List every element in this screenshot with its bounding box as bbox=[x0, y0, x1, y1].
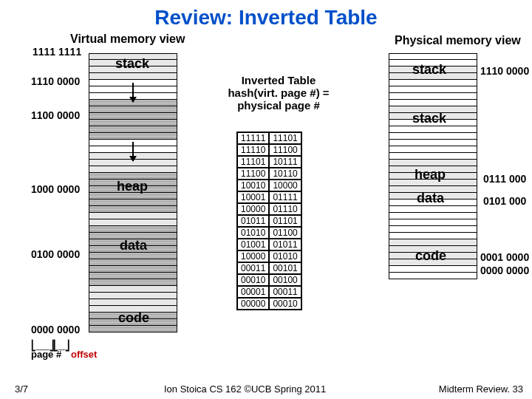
table-cell: 10110 bbox=[269, 168, 301, 180]
footer-center: Ion Stoica CS 162 ©UCB Spring 2011 bbox=[164, 383, 326, 395]
inverted-page-table: 1111111101111101110011101101111110010110… bbox=[236, 132, 302, 310]
phys-code-label: code bbox=[415, 248, 446, 264]
table-row: 1000101111 bbox=[237, 191, 301, 203]
table-cell: 00100 bbox=[269, 274, 301, 286]
table-row: 0101001100 bbox=[237, 227, 301, 239]
footer-right: Midterm Review. 33 bbox=[439, 383, 523, 395]
virt-addr-6: 0000 0000 bbox=[31, 324, 80, 335]
phys-addr-5: 0000 0000 bbox=[480, 265, 529, 276]
table-row: 0000100011 bbox=[237, 286, 301, 298]
phys-stack-label-1: stack bbox=[412, 62, 446, 78]
table-cell: 10000 bbox=[269, 180, 301, 191]
phys-addr-3: 0101 000 bbox=[483, 195, 526, 207]
table-cell: 00010 bbox=[237, 274, 269, 286]
phys-addr-2: 0111 000 bbox=[483, 173, 526, 185]
table-cell: 01001 bbox=[237, 239, 269, 250]
virt-addr-5: 0100 0000 bbox=[31, 248, 80, 260]
virt-addr-3: 1100 0000 bbox=[31, 109, 80, 121]
phys-addr-1: 1110 0000 bbox=[480, 65, 529, 77]
table-row: 0001000100 bbox=[237, 274, 301, 286]
table-cell: 01111 bbox=[269, 191, 301, 203]
inverted-table-caption: Inverted Table hash(virt. page #) = phys… bbox=[216, 74, 341, 112]
table-cell: 01100 bbox=[269, 227, 301, 239]
virt-header: Virtual memory view bbox=[70, 33, 185, 46]
table-row: 1000001010 bbox=[237, 250, 301, 262]
phys-stack-label-2: stack bbox=[412, 111, 446, 126]
table-cell: 11101 bbox=[237, 156, 269, 168]
table-row: 1111111101 bbox=[237, 132, 301, 144]
stack-arrow-icon bbox=[132, 83, 134, 102]
page-number-label: page # bbox=[31, 349, 61, 360]
table-row: 1110110111 bbox=[237, 156, 301, 168]
table-cell: 11110 bbox=[237, 144, 269, 156]
phys-data-label: data bbox=[417, 191, 444, 206]
offset-label: offset bbox=[71, 349, 97, 360]
table-row: 0101101101 bbox=[237, 215, 301, 227]
virt-addr-2: 1110 0000 bbox=[31, 75, 80, 87]
table-cell: 01101 bbox=[269, 215, 301, 227]
table-row: 0100101011 bbox=[237, 239, 301, 250]
table-cell: 11101 bbox=[269, 132, 301, 144]
table-cell: 01011 bbox=[269, 239, 301, 250]
phys-addr-4: 0001 0000 bbox=[480, 251, 529, 263]
table-cell: 00011 bbox=[237, 262, 269, 274]
virt-code-label: code bbox=[118, 310, 149, 326]
phys-header: Physical memory view bbox=[395, 34, 521, 47]
table-row: 0001100101 bbox=[237, 262, 301, 274]
table-cell: 10010 bbox=[237, 180, 269, 191]
table-cell: 01010 bbox=[269, 250, 301, 262]
virt-addr-4: 1000 0000 bbox=[31, 183, 80, 195]
page-title: Review: Inverted Table bbox=[0, 0, 532, 30]
phys-heap-label: heap bbox=[415, 167, 446, 183]
table-cell: 11100 bbox=[269, 144, 301, 156]
table-row: 1110010110 bbox=[237, 168, 301, 180]
table-cell: 10000 bbox=[237, 250, 269, 262]
virt-data-label: data bbox=[120, 238, 147, 253]
table-cell: 01110 bbox=[269, 203, 301, 215]
table-cell: 00010 bbox=[269, 298, 301, 310]
table-cell: 10000 bbox=[237, 203, 269, 215]
physical-memory-col bbox=[389, 53, 477, 279]
table-cell: 00011 bbox=[269, 286, 301, 298]
table-cell: 10111 bbox=[269, 156, 301, 168]
table-cell: 00000 bbox=[237, 298, 269, 310]
table-cell: 11100 bbox=[237, 168, 269, 180]
table-row: 1000001110 bbox=[237, 203, 301, 215]
footer-date: 3/7 bbox=[15, 383, 28, 395]
table-cell: 00001 bbox=[237, 286, 269, 298]
table-cell: 01010 bbox=[237, 227, 269, 239]
virt-stack-label: stack bbox=[115, 56, 149, 72]
table-row: 1111011100 bbox=[237, 144, 301, 156]
table-cell: 01011 bbox=[237, 215, 269, 227]
table-row: 1001010000 bbox=[237, 180, 301, 191]
heap-grow-arrow-icon bbox=[132, 142, 134, 161]
virt-heap-label: heap bbox=[117, 179, 148, 194]
virt-addr-1: 1111 1111 bbox=[33, 46, 81, 58]
table-cell: 11111 bbox=[237, 132, 269, 144]
table-row: 0000000010 bbox=[237, 298, 301, 310]
table-cell: 10001 bbox=[237, 191, 269, 203]
table-cell: 00101 bbox=[269, 262, 301, 274]
